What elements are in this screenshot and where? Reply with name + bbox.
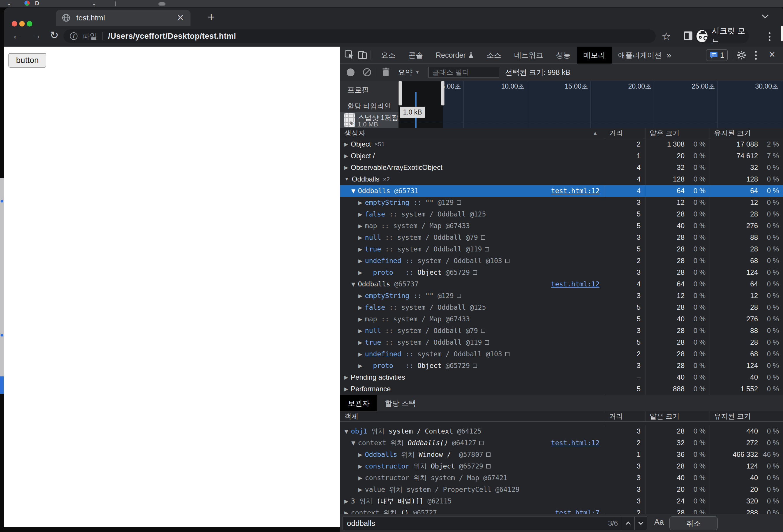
timeline-overview[interactable]: 5.00초10.00초15.00초20.00초25.00초30.00초 1.0 … [399, 81, 783, 128]
disclosure-arrow-icon[interactable]: ▶ [358, 257, 363, 264]
browser-tab[interactable]: test.html ✕ [56, 10, 190, 26]
side-panel-icon[interactable] [684, 31, 692, 40]
disclosure-arrow-icon[interactable]: ▶ [358, 222, 363, 229]
table-row[interactable]: ▶map :: system / Map @674335400 %2760 % [340, 313, 783, 325]
table-row[interactable]: ▶undefined :: system / Oddball @1032280 … [340, 348, 783, 360]
disclosure-arrow-icon[interactable]: ▶ [358, 269, 363, 276]
tab-close-icon[interactable]: ✕ [177, 13, 184, 22]
devtools-tab-소스[interactable]: 소스 [480, 46, 508, 64]
column-distance[interactable]: 거리 [605, 411, 645, 421]
reveal-icon[interactable] [457, 294, 461, 298]
bookmark-star-icon[interactable]: ☆ [661, 30, 671, 42]
disclosure-arrow-icon[interactable]: ▶ [358, 327, 363, 335]
column-constructor[interactable]: 생성자 [344, 128, 365, 138]
table-row[interactable]: ▶__proto__ :: Object @657293280 %1240 % [340, 360, 783, 372]
selection-handle-right[interactable] [441, 81, 444, 105]
table-row[interactable]: ▶null :: system / Oddball @793280 %880 % [340, 231, 783, 243]
devtools-tab-요소[interactable]: 요소 [375, 46, 402, 64]
table-row[interactable]: ▶emptyString :: "" @1293120 %120 % [340, 197, 783, 208]
disclosure-arrow-icon[interactable]: ▶ [358, 304, 363, 311]
devtools-tab-Recorder[interactable]: Recorder [429, 46, 480, 64]
table-row[interactable]: ▶__proto__ :: Object @657293280 %1240 % [340, 267, 783, 278]
table-row[interactable]: ▶context 위치 () @65727test.html:72280 %28… [340, 507, 783, 514]
disclosure-arrow-icon[interactable]: ▶ [358, 350, 363, 358]
url-text[interactable]: /Users/yceffort/Desktop/test.html [108, 32, 236, 41]
table-row[interactable]: ▼Oddballs ×241280 %1280 % [340, 174, 783, 185]
disclosure-arrow-icon[interactable]: ▼ [351, 439, 355, 447]
table-row[interactable]: ▶map :: system / Map @674335400 %2760 % [340, 220, 783, 231]
column-retained-size[interactable]: 유지된 크기 [710, 128, 783, 138]
class-filter-input[interactable] [429, 67, 499, 78]
issues-badge[interactable]: 1 [706, 49, 728, 61]
new-tab-button[interactable]: + [208, 11, 215, 23]
table-row[interactable]: ▶Performance58880 %1 5520 % [340, 383, 783, 395]
source-link[interactable]: test.html:12 [551, 187, 602, 195]
table-row[interactable]: ▶null :: system / Oddball @793280 %880 % [340, 325, 783, 337]
table-row[interactable]: ▼Oddballs @65731test.html:124640 %640 % [340, 185, 783, 197]
reload-button[interactable]: ↻ [50, 29, 59, 41]
clear-profiles-icon[interactable] [363, 68, 371, 76]
search-field[interactable]: 3/6 [343, 517, 647, 530]
reveal-icon[interactable] [457, 200, 461, 205]
reveal-icon[interactable] [486, 464, 491, 468]
reveal-icon[interactable] [505, 352, 509, 356]
cancel-button[interactable]: 취소 [669, 516, 718, 530]
devtools-tab-성능[interactable]: 성능 [550, 46, 577, 64]
table-row[interactable]: ▶ObservableArrayExoticObject4320 %320 % [340, 162, 783, 174]
inspect-element-icon[interactable] [344, 50, 354, 60]
disclosure-arrow-icon[interactable]: ▶ [358, 234, 363, 241]
site-info-icon[interactable]: i [70, 32, 77, 40]
reveal-icon[interactable] [481, 328, 485, 333]
table-row[interactable]: ▶emptyString :: "" @1293120 %120 % [340, 290, 783, 302]
reveal-icon[interactable] [486, 452, 491, 457]
column-object[interactable]: 객체 [344, 412, 358, 421]
source-link[interactable]: test.html:12 [551, 439, 602, 447]
disclosure-arrow-icon[interactable]: ▼ [344, 428, 348, 435]
reveal-icon[interactable] [485, 340, 489, 345]
snapshot-save-link[interactable]: 저장 [384, 114, 399, 122]
reveal-icon[interactable] [505, 259, 509, 263]
snapshot-item[interactable]: % 스냅샷 1저장 1.0 MB [340, 112, 399, 128]
table-row[interactable]: ▶undefined :: system / Oddball @1032280 … [340, 255, 783, 267]
column-distance[interactable]: 거리 [605, 128, 645, 138]
page-button[interactable]: button [8, 53, 46, 68]
trash-icon[interactable] [382, 67, 390, 77]
back-button[interactable]: ← [12, 29, 23, 41]
disclosure-arrow-icon[interactable]: ▶ [358, 451, 363, 458]
disclosure-arrow-icon[interactable]: ▶ [344, 374, 348, 380]
table-row[interactable]: ▶constructor 위치 Object @657293280 %1240 … [340, 460, 783, 472]
disclosure-arrow-icon[interactable]: ▶ [358, 486, 363, 493]
table-row[interactable]: ▶Object /1200 %74 6127 % [340, 150, 783, 162]
previous-match-button[interactable] [622, 517, 634, 530]
source-link[interactable]: test.html:12 [551, 280, 602, 288]
disclosure-arrow-icon[interactable]: ▼ [351, 187, 355, 195]
retainers-header[interactable]: 객체 거리 얕은 크기 유지된 크기 [340, 411, 783, 421]
selection-handle-left[interactable] [399, 81, 402, 105]
table-row[interactable]: ▶value 위치 system / PropertyCell @6412932… [340, 483, 783, 495]
device-toolbar-icon[interactable] [358, 50, 368, 60]
column-shallow-size[interactable]: 얕은 크기 [645, 411, 710, 421]
forward-button[interactable]: → [31, 29, 42, 41]
address-bar[interactable]: i 파일 /Users/yceffort/Desktop/test.html [63, 29, 656, 43]
disclosure-arrow-icon[interactable]: ▶ [358, 339, 363, 346]
devtools-tab-네트워크[interactable]: 네트워크 [508, 46, 550, 64]
disclosure-arrow-icon[interactable]: ▶ [358, 362, 363, 369]
tab-retainers[interactable]: 보관자 [340, 395, 377, 411]
tab-search-chevron-icon[interactable] [762, 12, 769, 19]
perspective-dropdown[interactable]: 요약 ▼ [398, 64, 419, 81]
devtools-tab-메모리[interactable]: 메모리 [577, 46, 612, 64]
devtools-menu-icon[interactable] [755, 51, 757, 60]
table-row[interactable]: ▶constructor 위치 system / Map @674213400 … [340, 472, 783, 483]
disclosure-arrow-icon[interactable]: ▼ [344, 176, 349, 182]
table-row[interactable]: ▶Pending activities–400 %400 % [340, 372, 783, 383]
column-shallow-size[interactable]: 얕은 크기 [645, 128, 710, 138]
browser-menu-icon[interactable] [769, 32, 771, 41]
match-case-button[interactable]: Aa [654, 518, 664, 527]
table-row[interactable]: ▶false :: system / Oddball @1255280 %280… [340, 208, 783, 220]
table-row[interactable]: ▶Oddballs 위치 Window / @578071360 %466 33… [340, 449, 783, 460]
reveal-icon[interactable] [473, 364, 477, 368]
disclosure-arrow-icon[interactable]: ▶ [344, 497, 348, 505]
disclosure-arrow-icon[interactable]: ▶ [344, 386, 348, 392]
tab-allocation-stack[interactable]: 할당 스택 [377, 395, 424, 411]
devtools-tab-애플리케이션[interactable]: 애플리케이션 [612, 46, 668, 64]
